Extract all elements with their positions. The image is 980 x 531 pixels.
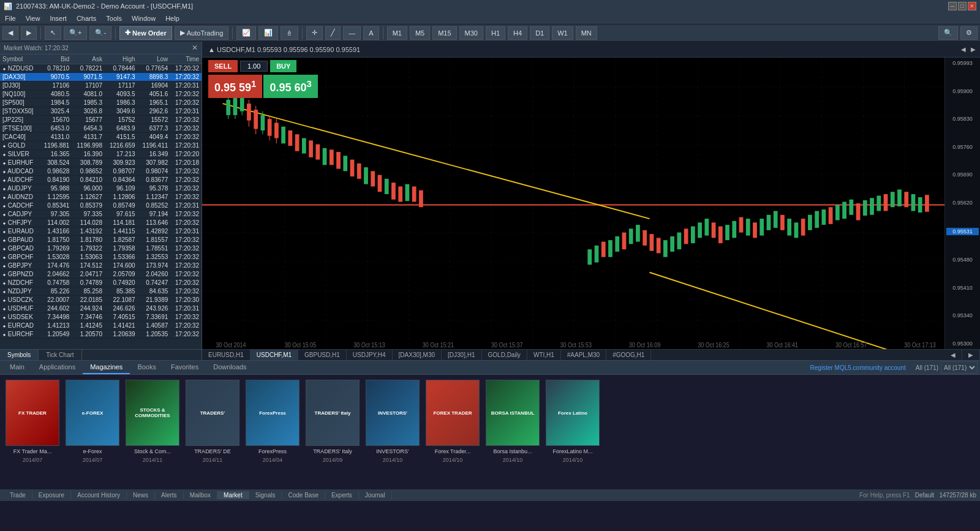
market-watch-row[interactable]: ⬥ NZDCHF 0.74758 0.74789 0.74920 0.74247… [0, 279, 202, 287]
menu-window[interactable]: Window [127, 13, 160, 23]
search-btn[interactable]: 🔍 [938, 26, 958, 40]
filter-select[interactable]: All (171) [941, 361, 978, 374]
titlebar-controls[interactable]: ─ □ ✕ [948, 2, 976, 10]
filter-label[interactable]: All (171) [913, 362, 941, 374]
settings-btn[interactable]: ⚙ [960, 26, 978, 40]
minimize-btn[interactable]: ─ [948, 2, 957, 10]
magazine-card[interactable]: ForexPress ForexPress 2014/04 [245, 380, 300, 484]
market-watch-row[interactable]: ⬥ USDCZK 22.0007 22.0185 22.1087 21.9389… [0, 296, 202, 304]
sb-tab-exposure[interactable]: Exposure [32, 491, 71, 499]
text-btn[interactable]: A [363, 26, 379, 40]
mw-tab-tick[interactable]: Tick Chart [39, 350, 81, 360]
magazine-card[interactable]: e-FOREX e-Forex 2014/07 [65, 380, 120, 484]
magazine-card[interactable]: FX TRADER FX Trader Ma... 2014/07 [5, 380, 60, 484]
market-watch-row[interactable]: [DAX30] 9070.5 9071.5 9147.3 8898.3 17:2… [0, 73, 202, 81]
line-chart-btn[interactable]: 📈 [236, 26, 256, 40]
bar-chart-btn[interactable]: 📊 [258, 26, 278, 40]
new-order-btn[interactable]: ✚ New Order [119, 26, 172, 40]
market-watch-row[interactable]: ⬥ GBPNZD 2.04662 2.04717 2.05709 2.04260… [0, 270, 202, 279]
line-tool-btn[interactable]: ╱ [325, 26, 341, 40]
market-watch-row[interactable]: ⬥ GBPAUD 1.81750 1.81780 1.82587 1.81557… [0, 236, 202, 244]
magazine-card[interactable]: TRADERS' TRADERS' DE 2014/11 [185, 380, 240, 484]
sb-tab-trade[interactable]: Trade [4, 491, 32, 499]
market-watch-row[interactable]: ⬥ NZDUSD 0.78210 0.78221 0.78446 0.77654… [0, 64, 202, 73]
market-watch-row[interactable]: ⬥ AUDCAD 0.98628 0.98652 0.98707 0.98074… [0, 167, 202, 176]
menu-insert[interactable]: Insert [45, 13, 72, 23]
menu-view[interactable]: View [21, 13, 45, 23]
btm-tab-magazines[interactable]: Magazines [83, 361, 130, 374]
magazine-card[interactable]: TRADERS' Italy TRADERS' Italy 2014/09 [305, 380, 360, 484]
zoom-in-btn[interactable]: 🔍+ [64, 26, 87, 40]
market-watch-row[interactable]: ⬥ NZDJPY 85.226 85.258 85.385 84.635 17:… [0, 287, 202, 296]
chart-tab-eurusd[interactable]: EURUSD,H1 [202, 350, 251, 360]
market-watch-row[interactable]: [JP225] 15670 15677 15752 15572 17:20:32 [0, 116, 202, 124]
market-watch-row[interactable]: ⬥ AUDJPY 95.988 96.000 96.109 95.378 17:… [0, 184, 202, 193]
btm-tab-apps[interactable]: Applications [32, 361, 83, 374]
chart-scroll-right[interactable]: ▶ [969, 45, 978, 53]
chart-nav-prev[interactable]: ◀ [944, 350, 962, 360]
sb-tab-journal[interactable]: Journal [359, 491, 392, 499]
sell-button[interactable]: SELL [208, 60, 238, 72]
chart-tab-wti[interactable]: WTI,H1 [527, 350, 561, 360]
buy-price-block[interactable]: 0.95 603 [263, 75, 317, 98]
menu-file[interactable]: File [0, 13, 21, 23]
market-watch-row[interactable]: [CAC40] 4131.0 4131.7 4151.5 4049.4 17:2… [0, 133, 202, 141]
chart-tab-usdchf[interactable]: USDCHF,M1 [251, 350, 298, 360]
menu-help[interactable]: Help [160, 13, 184, 23]
forward-btn[interactable]: ▶ [21, 26, 37, 40]
sb-tab-mailbox[interactable]: Mailbox [184, 491, 217, 499]
market-watch-row[interactable]: [STOXX50] 3025.4 3026.8 3049.6 2962.6 17… [0, 107, 202, 116]
chart-tab-gbpusd[interactable]: GBPUSD,H1 [298, 350, 347, 360]
chart-tab-aapl[interactable]: #AAPL,M30 [561, 350, 606, 360]
h1-btn[interactable]: H1 [486, 26, 505, 40]
market-watch-row[interactable]: ⬥ GBPCAD 1.79269 1.79322 1.79358 1.78551… [0, 244, 202, 253]
auto-trading-btn[interactable]: ▶ AutoTrading [175, 26, 229, 40]
btm-tab-downloads[interactable]: Downloads [206, 361, 254, 374]
market-watch-row[interactable]: ⬥ CADCHF 0.85341 0.85379 0.85749 0.85252… [0, 201, 202, 210]
d1-btn[interactable]: D1 [530, 26, 549, 40]
market-watch-row[interactable]: ⬥ EURCHF 1.20549 1.20570 1.20639 1.20535… [0, 330, 202, 339]
market-watch-row[interactable]: ⬥ GBPCHF 1.53028 1.53063 1.53366 1.32553… [0, 253, 202, 262]
market-watch-row[interactable]: ⬥ GOLD 1196.881 1196.998 1216.659 1196.4… [0, 141, 202, 150]
cursor-btn[interactable]: ↖ [45, 26, 61, 40]
chart-scroll-left[interactable]: ◀ [959, 45, 968, 53]
back-btn[interactable]: ◀ [2, 26, 18, 40]
sb-tab-alerts[interactable]: Alerts [155, 491, 184, 499]
close-btn[interactable]: ✕ [968, 2, 976, 10]
register-link[interactable]: Register MQL5.community account [808, 362, 908, 374]
buy-button[interactable]: BUY [270, 60, 296, 72]
market-watch-row[interactable]: ⬥ SILVER 16.365 16.390 17.213 16.349 17:… [0, 150, 202, 159]
market-watch-close-btn[interactable]: ✕ [192, 43, 198, 52]
sb-tab-codebase[interactable]: Code Base [282, 491, 325, 499]
sb-tab-market[interactable]: Market [217, 491, 249, 499]
btm-tab-main[interactable]: Main [2, 361, 32, 374]
h4-btn[interactable]: H4 [508, 26, 527, 40]
mw-tab-symbols[interactable]: Symbols [0, 350, 39, 360]
crosshair-btn[interactable]: ✛ [306, 26, 323, 40]
magazine-card[interactable]: STOCKS & COMMODITIES Stock & Com... 2014… [125, 380, 180, 484]
chart-nav-next[interactable]: ▶ [962, 350, 980, 360]
chart-tab-dax30[interactable]: [DAX30],M30 [393, 350, 442, 360]
btm-tab-favorites[interactable]: Favorites [164, 361, 206, 374]
w1-btn[interactable]: W1 [552, 26, 573, 40]
chart-tab-usdjpy[interactable]: USDJPY,H4 [347, 350, 393, 360]
sb-tab-experts[interactable]: Experts [325, 491, 359, 499]
m1-btn[interactable]: M1 [387, 26, 407, 40]
menu-tools[interactable]: Tools [101, 13, 127, 23]
chart-tab-goog[interactable]: #GOOG,H1 [606, 350, 651, 360]
chart-tab-dj30[interactable]: [DJ30],H1 [442, 350, 481, 360]
mn-btn[interactable]: MN [576, 26, 597, 40]
zoom-out-btn[interactable]: 🔍- [89, 26, 111, 40]
market-watch-row[interactable]: ⬥ USDSEK 7.34498 7.34746 7.40515 7.33691… [0, 313, 202, 322]
hline-btn[interactable]: — [343, 26, 361, 40]
market-watch-table[interactable]: Symbol Bid Ask High Low Time ⬥ NZDUSD 0.… [0, 55, 202, 349]
menu-charts[interactable]: Charts [72, 13, 101, 23]
magazine-card[interactable]: FOREX TRADER Forex Trader... 2014/10 [425, 380, 480, 484]
chart-container[interactable]: 30 Oct 2014 30 Oct 15:05 30 Oct 15:13 30… [202, 58, 980, 349]
chart-tab-gold[interactable]: GOLD,Daily [482, 350, 527, 360]
magazine-card[interactable]: Forex Latino ForexLatino M... 2014/10 [545, 380, 600, 484]
m15-btn[interactable]: M15 [432, 26, 456, 40]
market-watch-row[interactable]: [FTSE100] 6453.0 6454.3 6483.9 6377.3 17… [0, 124, 202, 133]
market-watch-row[interactable]: ⬥ AUDCHF 0.84190 0.84210 0.84364 0.83677… [0, 176, 202, 184]
market-watch-row[interactable]: ⬥ CHFJPY 114.002 114.028 114.181 113.646… [0, 219, 202, 227]
